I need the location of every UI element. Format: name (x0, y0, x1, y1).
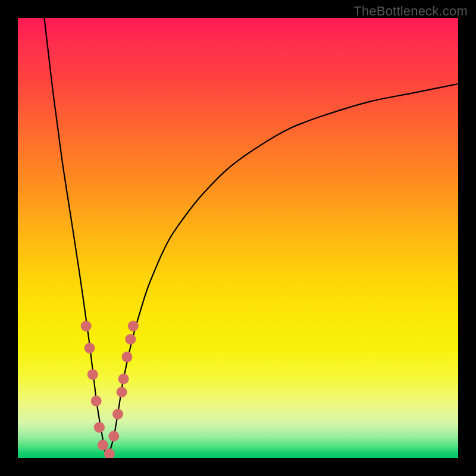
data-point (125, 334, 136, 345)
watermark-text: TheBottleneck.com (353, 4, 468, 19)
chart-frame: TheBottleneck.com (0, 0, 476, 476)
data-point (118, 374, 129, 384)
data-point (84, 343, 95, 353)
data-point (81, 321, 92, 331)
data-point (128, 321, 139, 331)
data-point (98, 440, 108, 450)
data-point (91, 396, 102, 406)
data-point (108, 431, 119, 441)
data-point (104, 449, 115, 458)
plot-area (18, 18, 458, 458)
data-point (87, 369, 98, 380)
data-point (122, 352, 133, 362)
data-point (94, 422, 105, 433)
chart-svg (18, 18, 458, 458)
bottleneck-curve (44, 18, 458, 455)
data-point (112, 409, 123, 419)
data-point (117, 387, 127, 397)
